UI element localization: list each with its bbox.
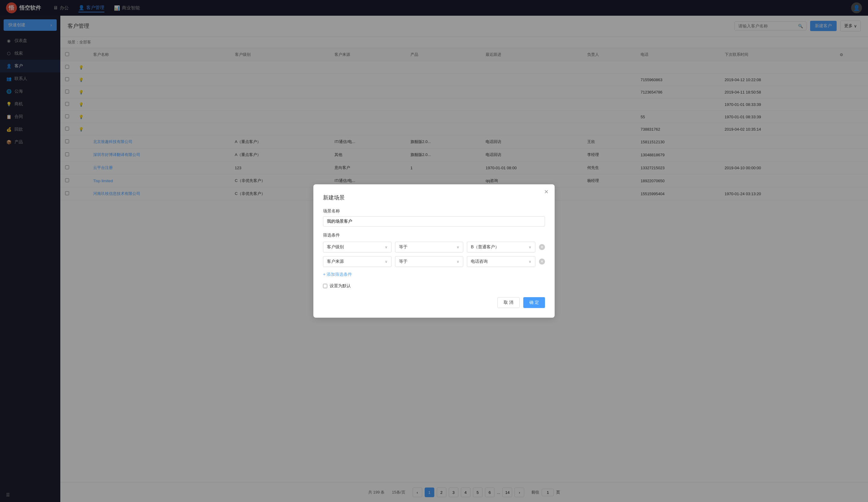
scene-name-input[interactable] xyxy=(323,216,545,227)
chevron-down-icon: ∨ xyxy=(457,259,459,264)
remove-icon: ✕ xyxy=(540,245,544,249)
chevron-down-icon: ∨ xyxy=(529,259,531,264)
modal-overlay: ✕ 新建场景 场景名称 筛选条件 客户级别 ∨ 等于 ∨ B（普通客户） ∨ ✕ xyxy=(0,0,868,502)
modal-title: 新建场景 xyxy=(323,194,545,201)
filter-field-2-label: 客户来源 xyxy=(327,259,344,264)
filter-field-1[interactable]: 客户级别 ∨ xyxy=(323,242,392,253)
default-label: 设置为默认 xyxy=(330,283,351,289)
filter-section-label: 筛选条件 xyxy=(323,233,545,238)
remove-icon: ✕ xyxy=(540,259,544,264)
confirm-button[interactable]: 确 定 xyxy=(523,297,545,308)
chevron-down-icon: ∨ xyxy=(457,245,459,249)
modal-close-button[interactable]: ✕ xyxy=(544,189,549,195)
filter-operator-1[interactable]: 等于 ∨ xyxy=(395,242,464,253)
chevron-down-icon: ∨ xyxy=(385,245,388,249)
add-condition-button[interactable]: + 添加筛选条件 xyxy=(323,272,352,277)
filter-operator-2-label: 等于 xyxy=(399,259,407,264)
filter-row-2: 客户来源 ∨ 等于 ∨ 电话咨询 ∨ ✕ xyxy=(323,256,545,267)
filter-value-2[interactable]: 电话咨询 ∨ xyxy=(467,256,535,267)
filter-remove-2[interactable]: ✕ xyxy=(539,258,545,265)
filter-field-1-label: 客户级别 xyxy=(327,244,344,250)
filter-value-1[interactable]: B（普通客户） ∨ xyxy=(467,242,535,253)
cancel-button[interactable]: 取 消 xyxy=(497,297,520,308)
filter-row-1: 客户级别 ∨ 等于 ∨ B（普通客户） ∨ ✕ xyxy=(323,242,545,253)
default-check: 设置为默认 xyxy=(323,283,545,289)
modal-footer: 取 消 确 定 xyxy=(323,297,545,308)
filter-value-2-label: 电话咨询 xyxy=(471,259,488,264)
filter-operator-1-label: 等于 xyxy=(399,244,407,250)
new-scene-modal: ✕ 新建场景 场景名称 筛选条件 客户级别 ∨ 等于 ∨ B（普通客户） ∨ ✕ xyxy=(313,184,555,318)
filter-value-1-label: B（普通客户） xyxy=(471,244,499,250)
default-checkbox[interactable] xyxy=(323,284,327,288)
filter-field-2[interactable]: 客户来源 ∨ xyxy=(323,256,392,267)
chevron-down-icon: ∨ xyxy=(385,259,388,264)
filter-operator-2[interactable]: 等于 ∨ xyxy=(395,256,464,267)
chevron-down-icon: ∨ xyxy=(529,245,531,249)
filter-remove-1[interactable]: ✕ xyxy=(539,244,545,250)
scene-name-label: 场景名称 xyxy=(323,208,545,214)
